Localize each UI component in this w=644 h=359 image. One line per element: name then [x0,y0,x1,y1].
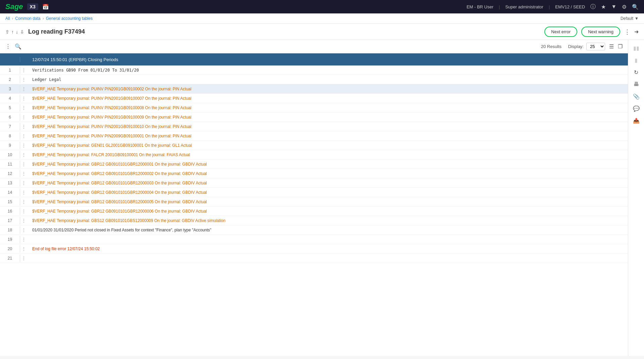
row-menu[interactable]: ⋮ [20,188,28,196]
breadcrumb-all[interactable]: All [5,16,10,21]
row-menu[interactable]: ⋮ [20,104,28,112]
row-menu[interactable]: ⋮ [20,226,28,234]
row-menu[interactable]: ⋮ [20,66,28,74]
user-info: EM - BR User [467,4,493,9]
nav-left: Sage X3 📅 [5,2,49,11]
comment-icon[interactable]: 💬 [631,103,642,114]
row-content: $VERF_HAE Temporary journal: GBR12 GB091… [28,189,628,196]
header-text: 12/07/24 15:50:01 (ERPBR) Closing Period… [28,54,628,65]
row-menu[interactable]: ⋮ [20,254,28,262]
log-header-row: 12/07/24 15:50:01 (ERPBR) Closing Period… [0,53,628,65]
table-row: 12⋮$VERF_HAE Temporary journal: GBR12 GB… [0,169,628,178]
next-error-button[interactable]: Next error [544,27,577,37]
row-menu[interactable]: ⋮ [20,207,28,215]
breadcrumb-general-accounting[interactable]: General accounting tables [46,16,93,21]
table-row: 13⋮$VERF_HAE Temporary journal: GBR12 GB… [0,178,628,188]
down-arrow[interactable]: ↓ [16,29,18,35]
breadcrumb-chevron-1: › [12,16,13,21]
exit-icon[interactable]: ➜ [634,29,639,35]
row-menu[interactable]: ⋮ [20,179,28,187]
row-content: $VERF_HAE Temporary journal: PUINV PIN20… [28,85,628,93]
table-row: 17⋮$VERF_HAE Temporary journal: GBS12 GB… [0,216,628,225]
sidebar-icon-1: ▮▮ [631,43,642,53]
row-menu[interactable]: ⋮ [20,235,28,243]
row-content: $VERF_HAE Temporary journal: FALCR 2001G… [28,151,628,159]
display-select[interactable]: 25 50 100 [586,43,605,50]
breadcrumb-common-data[interactable]: Common data [15,16,40,21]
row-menu[interactable]: ⋮ [20,132,28,140]
row-content: $VERF_HAE Temporary journal: PUINV PIN20… [28,114,628,121]
table-row: 14⋮$VERF_HAE Temporary journal: GBR12 GB… [0,188,628,197]
table-row: 18⋮01/01/2020 31/01/2020 Period not clos… [0,225,628,235]
row-content: $VERF_HAE Temporary journal: GBR12 GB091… [28,161,628,168]
row-menu[interactable]: ⋮ [20,141,28,149]
row-content: $VERF_HAE Temporary journal: GBS12 GB091… [28,217,628,224]
table-row: 16⋮$VERF_HAE Temporary journal: GBR12 GB… [0,207,628,216]
layers-icon[interactable]: ☰ [609,43,614,50]
search-icon[interactable]: 🔍 [632,4,639,10]
x3-label: X3 [27,3,38,10]
row-number: 11 [0,161,20,168]
table-row: 10⋮$VERF_HAE Temporary journal: FALCR 20… [0,150,628,160]
breadcrumb: All › Common data › General accounting t… [0,13,644,24]
row-menu[interactable]: ⋮ [20,245,28,253]
print-icon[interactable]: 🖶 [631,79,642,90]
table-row: 5⋮$VERF_HAE Temporary journal: PUINV PIN… [0,103,628,113]
row-number: 9 [0,142,20,149]
default-label: Default [621,16,633,21]
table-row: 7⋮$VERF_HAE Temporary journal: PUINV PIN… [0,122,628,131]
row-number: 12 [0,170,20,177]
table-row: 11⋮$VERF_HAE Temporary journal: GBR12 GB… [0,160,628,169]
settings-icon[interactable]: ⚙ [622,4,627,10]
breadcrumb-chevron-2: › [43,16,44,21]
row-menu[interactable]: ⋮ [20,94,28,102]
table-row: 3⋮$VERF_HAE Temporary journal: PUINV PIN… [0,84,628,94]
attachment-icon[interactable]: 📎 [631,91,642,102]
row-menu[interactable]: ⋮ [20,170,28,178]
table-row: 21⋮ [0,254,628,263]
row-menu[interactable]: ⋮ [20,85,28,93]
first-arrow[interactable]: ⇧ [5,29,9,35]
row-number: 1 [0,66,20,74]
row-menu[interactable]: ⋮ [20,151,28,159]
table-row: 9⋮$VERF_HAE Temporary journal: GEN01 GL2… [0,141,628,150]
breadcrumb-right: Default ▼ [621,16,639,21]
right-sidebar: ▮▮ ▮ ↻ 🖶 📎 💬 📤 [628,40,644,356]
row-menu[interactable]: ⋮ [20,76,28,84]
favorites-icon[interactable]: ★ [601,4,606,10]
toolbar-dots-icon[interactable]: ⋮ [5,43,11,50]
row-menu[interactable]: ⋮ [20,113,28,121]
refresh-icon[interactable]: ↻ [631,67,642,78]
expand-icon[interactable]: ❐ [618,43,623,50]
row-menu[interactable]: ⋮ [20,123,28,131]
sage-logo: Sage [5,2,23,11]
dropdown-icon[interactable]: ▼ [611,4,616,10]
last-arrow[interactable]: ⇩ [20,29,24,35]
row-number: 21 [0,255,20,262]
default-chevron: ▼ [635,16,639,21]
display-label: Display: [568,44,584,49]
next-warning-button[interactable]: Next warning [581,27,620,37]
sidebar-icon-2: ▮ [631,55,642,65]
row-menu[interactable]: ⋮ [20,198,28,206]
toolbar-search-icon[interactable]: 🔍 [15,43,21,50]
calendar-icon[interactable]: 📅 [42,4,49,10]
row-number: 4 [0,95,20,102]
row-content: End of log file error 12/07/24 15:50:02 [28,245,628,253]
row-menu[interactable]: ⋮ [20,217,28,225]
more-options-icon[interactable]: ⋮ [624,28,630,36]
row-number: 14 [0,189,20,196]
env-info: EMV12 / SEED [555,4,585,9]
up-arrow[interactable]: ↑ [11,29,14,35]
table-row: 6⋮$VERF_HAE Temporary journal: PUINV PIN… [0,113,628,122]
upload-icon[interactable]: 📤 [631,115,642,126]
table-row: 2⋮Ledger Legal [0,75,628,84]
row-content: $VERF_HAE Temporary journal: GBR12 GB091… [28,208,628,215]
row-number: 10 [0,151,20,159]
navigation-arrows: ⇧ ↑ ↓ ⇩ [5,29,24,35]
header-menu [20,57,28,62]
help-icon[interactable]: ⓘ [590,3,596,10]
row-number: 16 [0,208,20,215]
row-number: 5 [0,104,20,111]
row-menu[interactable]: ⋮ [20,160,28,168]
